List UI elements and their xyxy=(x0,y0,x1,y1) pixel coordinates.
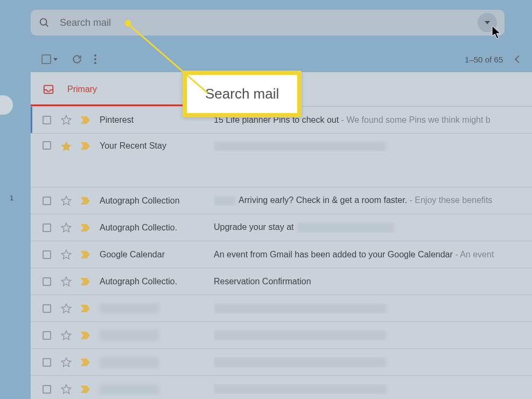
importance-marker[interactable] xyxy=(80,331,91,340)
sender-text: Autograph Collectio. xyxy=(100,223,177,232)
mouse-cursor xyxy=(492,25,502,39)
importance-marker[interactable] xyxy=(80,115,91,125)
refresh-button[interactable] xyxy=(72,54,82,65)
checkbox-icon xyxy=(41,54,51,64)
row-checkbox[interactable] xyxy=(43,304,51,313)
side-number: 1 xyxy=(10,194,13,202)
importance-marker[interactable] xyxy=(80,196,91,206)
inbox-icon xyxy=(43,83,54,95)
email-row[interactable]: Your Recent Stay xyxy=(31,134,532,187)
email-row[interactable]: Autograph Collectio.Reservation Confirma… xyxy=(31,268,532,295)
email-row[interactable] xyxy=(31,349,532,376)
email-row[interactable]: Autograph Collectio.Upgrade your stay at xyxy=(31,214,532,241)
star-button[interactable] xyxy=(61,276,72,287)
compose-pill[interactable] xyxy=(0,95,13,115)
sender: Your Recent Stay xyxy=(100,141,214,151)
star-button[interactable] xyxy=(61,303,72,314)
row-checkbox[interactable] xyxy=(43,358,51,367)
star-button[interactable] xyxy=(61,249,72,260)
subject: An event from Gmail has been added to yo… xyxy=(214,250,532,260)
subject xyxy=(214,141,532,151)
row-checkbox[interactable] xyxy=(43,331,51,340)
email-row[interactable] xyxy=(31,295,532,322)
annotation-callout: Search mail xyxy=(183,71,302,117)
row-checkbox[interactable] xyxy=(43,385,51,394)
sender: Autograph Collection xyxy=(100,196,214,206)
star-button[interactable] xyxy=(61,330,72,341)
tab-label: Primary xyxy=(67,85,97,94)
more-button[interactable] xyxy=(94,54,96,64)
sender xyxy=(100,384,214,394)
search-placeholder: Search mail xyxy=(60,17,111,29)
subject-text: An event from Gmail has been added to yo… xyxy=(214,250,453,259)
star-button[interactable] xyxy=(61,195,72,206)
callout-text: Search mail xyxy=(205,86,279,102)
importance-marker[interactable] xyxy=(80,304,91,313)
caret-down-icon xyxy=(53,58,58,61)
row-checkbox[interactable] xyxy=(43,250,51,259)
row-checkbox[interactable] xyxy=(43,277,51,286)
search-icon xyxy=(38,17,50,29)
sender: Google Calendar xyxy=(100,250,214,260)
sender xyxy=(100,330,214,340)
star-button[interactable] xyxy=(61,115,72,125)
sender-text: Google Calendar xyxy=(100,250,165,259)
subject: Upgrade your stay at xyxy=(214,222,532,233)
importance-marker[interactable] xyxy=(80,384,91,394)
tab-primary[interactable]: Primary xyxy=(31,72,192,106)
subject-text: Reservation Confirmation xyxy=(214,277,311,286)
email-row[interactable] xyxy=(31,322,532,349)
subject: Reservation Confirmation xyxy=(214,277,532,286)
snippet-text: - We found some Pins we think might b xyxy=(339,115,491,124)
row-checkbox[interactable] xyxy=(43,116,51,124)
subject-text: Upgrade your stay at xyxy=(214,222,296,232)
sender: Autograph Collectio. xyxy=(100,277,214,286)
caret-down-icon xyxy=(485,21,490,24)
sender xyxy=(100,357,214,367)
importance-marker[interactable] xyxy=(80,141,91,151)
select-all-button[interactable] xyxy=(41,54,58,64)
star-button[interactable] xyxy=(61,384,72,395)
email-row[interactable]: Autograph CollectionArriving early? Chec… xyxy=(31,187,532,214)
sender-text: Your Recent Stay xyxy=(100,141,166,150)
sender: Autograph Collectio. xyxy=(100,223,214,233)
svg-line-1 xyxy=(46,24,48,26)
snippet-text: - Enjoy these benefits xyxy=(407,195,492,205)
email-list: Pinterest15 Life planner Pins to check o… xyxy=(31,107,532,399)
pagination: 1–50 of 65 xyxy=(465,55,521,64)
sender-text: Autograph Collectio. xyxy=(100,277,177,286)
subject xyxy=(214,384,532,394)
annotation-dot xyxy=(125,20,131,26)
page-counter: 1–50 of 65 xyxy=(465,55,503,64)
svg-point-0 xyxy=(40,19,47,25)
subject-text: Arriving early? Check in & get a room fa… xyxy=(239,195,407,205)
toolbar: 1–50 of 65 xyxy=(31,46,532,72)
sender xyxy=(100,303,214,313)
star-button[interactable] xyxy=(61,222,72,233)
snippet-text: - An event xyxy=(453,250,494,259)
sender-text: Pinterest xyxy=(100,115,134,124)
row-checkbox[interactable] xyxy=(43,141,51,150)
email-row[interactable]: Google CalendarAn event from Gmail has b… xyxy=(31,241,532,268)
star-button[interactable] xyxy=(61,141,72,152)
prev-page-button[interactable] xyxy=(515,55,522,63)
email-row[interactable] xyxy=(31,376,532,399)
subject xyxy=(214,357,532,367)
star-button[interactable] xyxy=(61,357,72,368)
row-checkbox[interactable] xyxy=(43,223,51,232)
importance-marker[interactable] xyxy=(80,277,91,286)
importance-marker[interactable] xyxy=(80,250,91,260)
mail-panel: Primary Pinterest15 Life planner Pins to… xyxy=(31,72,532,399)
importance-marker[interactable] xyxy=(80,358,91,367)
search-bar[interactable]: Search mail xyxy=(31,10,505,36)
row-checkbox[interactable] xyxy=(43,197,51,205)
subject: Arriving early? Check in & get a room fa… xyxy=(214,195,532,206)
sender-text: Autograph Collection xyxy=(100,196,180,205)
subject xyxy=(214,330,532,340)
subject xyxy=(214,303,532,313)
importance-marker[interactable] xyxy=(80,223,91,233)
